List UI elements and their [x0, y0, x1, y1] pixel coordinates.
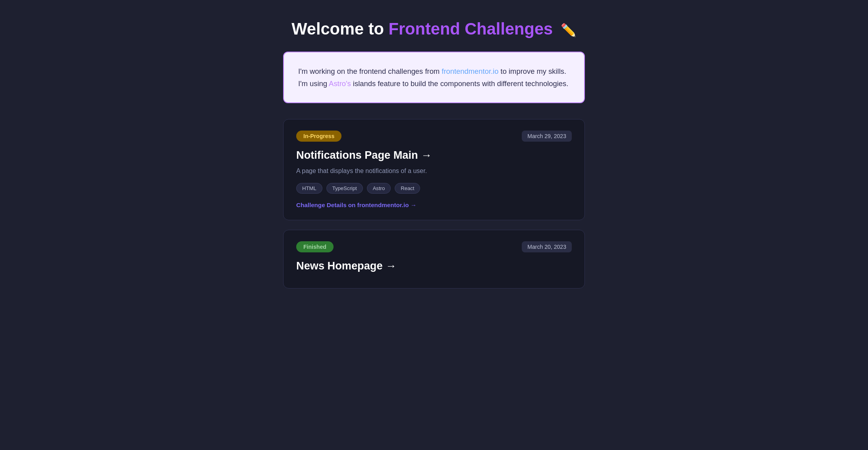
status-badge: Finished	[296, 241, 334, 252]
astro-link[interactable]: Astro's	[329, 79, 351, 88]
wand-icon: ✏️	[561, 23, 577, 37]
tag-list: HTMLTypeScriptAstroReact	[296, 183, 572, 194]
tag-item: HTML	[296, 183, 322, 194]
status-badge: In-Progress	[296, 131, 341, 142]
intro-text: I'm working on the frontend challenges f…	[298, 65, 570, 90]
date-badge: March 29, 2023	[522, 131, 572, 142]
challenge-card-news-homepage: Finished March 20, 2023 News Homepage →	[283, 230, 585, 288]
challenge-details-link[interactable]: Challenge Details on frontendmentor.io →	[296, 202, 417, 208]
intro-card: I'm working on the frontend challenges f…	[283, 52, 585, 104]
tag-item: TypeScript	[326, 183, 363, 194]
tag-item: React	[395, 183, 420, 194]
card-header: Finished March 20, 2023	[296, 241, 572, 252]
page-container: Welcome to Frontend Challenges ✏️ I'm wo…	[283, 19, 585, 288]
tag-item: Astro	[367, 183, 391, 194]
frontendmentor-link[interactable]: frontendmentor.io	[442, 67, 498, 75]
title-highlight: Frontend Challenges	[389, 19, 553, 38]
challenges-list: In-Progress March 29, 2023 Notifications…	[283, 119, 585, 288]
card-description: A page that displays the notifications o…	[296, 166, 572, 176]
card-header: In-Progress March 29, 2023	[296, 131, 572, 142]
title-prefix: Welcome to	[291, 19, 388, 38]
card-title: News Homepage →	[296, 260, 572, 272]
page-title: Welcome to Frontend Challenges ✏️	[283, 19, 585, 39]
date-badge: March 20, 2023	[522, 241, 572, 252]
challenge-card-notifications-page: In-Progress March 29, 2023 Notifications…	[283, 119, 585, 220]
card-title: Notifications Page Main →	[296, 149, 572, 162]
